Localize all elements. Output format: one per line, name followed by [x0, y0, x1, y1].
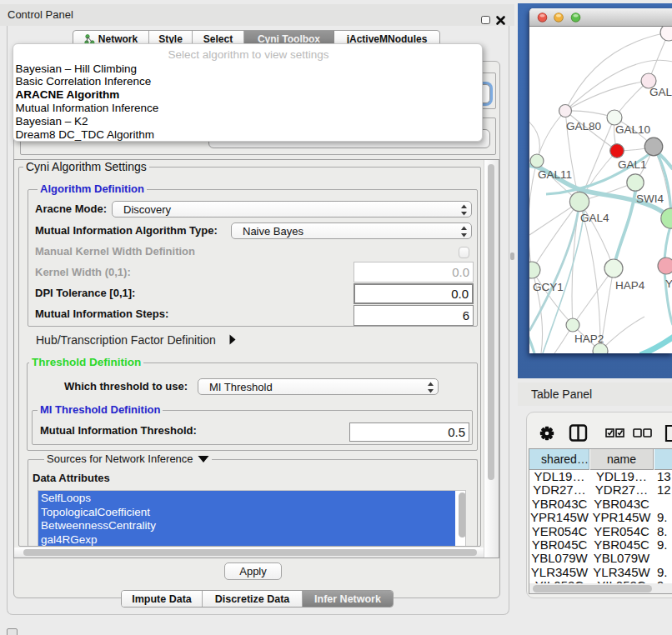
svg-text:GAL80: GAL80 — [566, 120, 601, 132]
svg-text:GAL11: GAL11 — [538, 168, 572, 181]
svg-text:GAL: GAL — [649, 86, 672, 98]
svg-text:Y: Y — [665, 278, 672, 290]
svg-text:GCY1: GCY1 — [533, 281, 564, 293]
svg-text:GAL10: GAL10 — [615, 123, 650, 136]
svg-text:GAL4: GAL4 — [580, 212, 609, 224]
svg-text:HAP4: HAP4 — [615, 279, 645, 292]
svg-text:HAP2: HAP2 — [574, 332, 604, 345]
svg-text:GAL1: GAL1 — [618, 158, 647, 171]
svg-text:SWI4: SWI4 — [636, 192, 664, 205]
